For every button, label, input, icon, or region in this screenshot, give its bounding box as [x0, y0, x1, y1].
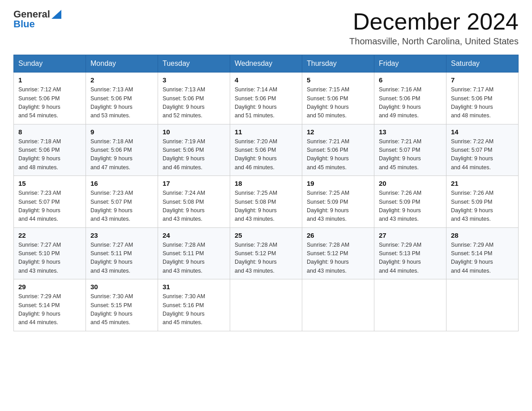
- calendar-cell: 14 Sunrise: 7:22 AMSunset: 5:07 PMDaylig…: [446, 124, 519, 176]
- day-info: Sunrise: 7:27 AMSunset: 5:11 PMDaylight:…: [90, 242, 133, 274]
- calendar-week-row: 29 Sunrise: 7:29 AMSunset: 5:14 PMDaylig…: [14, 279, 519, 331]
- calendar-cell: 11 Sunrise: 7:20 AMSunset: 5:06 PMDaylig…: [230, 124, 302, 176]
- calendar-cell: 25 Sunrise: 7:28 AMSunset: 5:12 PMDaylig…: [230, 227, 302, 279]
- calendar-cell: 15 Sunrise: 7:23 AMSunset: 5:07 PMDaylig…: [14, 176, 86, 228]
- day-info: Sunrise: 7:24 AMSunset: 5:08 PMDaylight:…: [163, 190, 205, 222]
- day-number: 29: [18, 283, 81, 291]
- calendar-cell: 2 Sunrise: 7:13 AMSunset: 5:06 PMDayligh…: [86, 73, 158, 124]
- day-number: 31: [163, 283, 225, 291]
- calendar-cell: 30 Sunrise: 7:30 AMSunset: 5:15 PMDaylig…: [86, 279, 158, 331]
- calendar-week-row: 22 Sunrise: 7:27 AMSunset: 5:10 PMDaylig…: [14, 227, 519, 279]
- header-saturday: Saturday: [446, 55, 519, 73]
- day-info: Sunrise: 7:16 AMSunset: 5:06 PMDaylight:…: [379, 86, 421, 119]
- day-number: 12: [307, 128, 369, 136]
- day-number: 19: [307, 180, 369, 187]
- calendar-cell: 23 Sunrise: 7:27 AMSunset: 5:11 PMDaylig…: [86, 227, 158, 279]
- day-number: 15: [18, 180, 81, 187]
- day-info: Sunrise: 7:23 AMSunset: 5:07 PMDaylight:…: [90, 190, 133, 222]
- header-thursday: Thursday: [302, 55, 374, 73]
- day-number: 6: [379, 76, 442, 84]
- calendar-cell: [302, 279, 374, 331]
- day-info: Sunrise: 7:28 AMSunset: 5:11 PMDaylight:…: [163, 242, 205, 274]
- day-info: Sunrise: 7:29 AMSunset: 5:13 PMDaylight:…: [379, 242, 421, 274]
- calendar-cell: 18 Sunrise: 7:25 AMSunset: 5:08 PMDaylig…: [230, 176, 302, 228]
- calendar-cell: 5 Sunrise: 7:15 AMSunset: 5:06 PMDayligh…: [302, 73, 374, 124]
- calendar-header-row: SundayMondayTuesdayWednesdayThursdayFrid…: [14, 55, 519, 73]
- svg-marker-0: [51, 10, 61, 19]
- day-info: Sunrise: 7:26 AMSunset: 5:09 PMDaylight:…: [451, 190, 493, 222]
- calendar-cell: 12 Sunrise: 7:21 AMSunset: 5:06 PMDaylig…: [302, 124, 374, 176]
- day-info: Sunrise: 7:29 AMSunset: 5:14 PMDaylight:…: [18, 293, 61, 325]
- header-sunday: Sunday: [14, 55, 86, 73]
- day-number: 25: [235, 231, 297, 239]
- day-number: 8: [18, 128, 81, 136]
- header-tuesday: Tuesday: [158, 55, 230, 73]
- calendar-week-row: 1 Sunrise: 7:12 AMSunset: 5:06 PMDayligh…: [14, 73, 519, 124]
- header-wednesday: Wednesday: [230, 55, 302, 73]
- day-info: Sunrise: 7:14 AMSunset: 5:06 PMDaylight:…: [235, 86, 277, 119]
- day-info: Sunrise: 7:26 AMSunset: 5:09 PMDaylight:…: [379, 190, 421, 222]
- page-header: General Blue December 2024 Thomasville, …: [13, 9, 519, 47]
- day-number: 24: [163, 231, 225, 239]
- calendar-cell: 26 Sunrise: 7:28 AMSunset: 5:12 PMDaylig…: [302, 227, 374, 279]
- day-number: 30: [90, 283, 153, 291]
- day-info: Sunrise: 7:23 AMSunset: 5:07 PMDaylight:…: [18, 190, 61, 222]
- calendar-cell: 9 Sunrise: 7:18 AMSunset: 5:06 PMDayligh…: [86, 124, 158, 176]
- day-number: 2: [90, 76, 153, 84]
- calendar-table: SundayMondayTuesdayWednesdayThursdayFrid…: [13, 55, 519, 331]
- calendar-cell: 6 Sunrise: 7:16 AMSunset: 5:06 PMDayligh…: [374, 73, 446, 124]
- header-monday: Monday: [86, 55, 158, 73]
- day-info: Sunrise: 7:13 AMSunset: 5:06 PMDaylight:…: [90, 86, 133, 119]
- day-number: 1: [18, 76, 81, 84]
- day-number: 4: [235, 76, 297, 84]
- calendar-cell: 21 Sunrise: 7:26 AMSunset: 5:09 PMDaylig…: [446, 176, 519, 228]
- day-number: 10: [163, 128, 225, 136]
- day-info: Sunrise: 7:15 AMSunset: 5:06 PMDaylight:…: [307, 86, 349, 119]
- calendar-cell: 24 Sunrise: 7:28 AMSunset: 5:11 PMDaylig…: [158, 227, 230, 279]
- day-info: Sunrise: 7:30 AMSunset: 5:15 PMDaylight:…: [90, 293, 133, 325]
- calendar-cell: 10 Sunrise: 7:19 AMSunset: 5:06 PMDaylig…: [158, 124, 230, 176]
- calendar-cell: 19 Sunrise: 7:25 AMSunset: 5:09 PMDaylig…: [302, 176, 374, 228]
- calendar-cell: 1 Sunrise: 7:12 AMSunset: 5:06 PMDayligh…: [14, 73, 86, 124]
- day-info: Sunrise: 7:18 AMSunset: 5:06 PMDaylight:…: [18, 138, 61, 171]
- day-info: Sunrise: 7:25 AMSunset: 5:09 PMDaylight:…: [307, 190, 349, 222]
- calendar-cell: 16 Sunrise: 7:23 AMSunset: 5:07 PMDaylig…: [86, 176, 158, 228]
- header-friday: Friday: [374, 55, 446, 73]
- calendar-cell: 31 Sunrise: 7:30 AMSunset: 5:16 PMDaylig…: [158, 279, 230, 331]
- day-number: 20: [379, 180, 442, 187]
- calendar-cell: 29 Sunrise: 7:29 AMSunset: 5:14 PMDaylig…: [14, 279, 86, 331]
- calendar-cell: 3 Sunrise: 7:13 AMSunset: 5:06 PMDayligh…: [158, 73, 230, 124]
- logo: General Blue: [13, 9, 61, 30]
- day-info: Sunrise: 7:30 AMSunset: 5:16 PMDaylight:…: [163, 293, 205, 325]
- calendar-week-row: 15 Sunrise: 7:23 AMSunset: 5:07 PMDaylig…: [14, 176, 519, 228]
- day-number: 11: [235, 128, 297, 136]
- day-info: Sunrise: 7:25 AMSunset: 5:08 PMDaylight:…: [235, 190, 277, 222]
- page-subtitle: Thomasville, North Carolina, United Stat…: [349, 36, 519, 47]
- day-info: Sunrise: 7:28 AMSunset: 5:12 PMDaylight:…: [307, 242, 349, 274]
- day-info: Sunrise: 7:17 AMSunset: 5:06 PMDaylight:…: [451, 86, 493, 119]
- day-info: Sunrise: 7:13 AMSunset: 5:06 PMDaylight:…: [163, 86, 205, 119]
- day-number: 7: [451, 76, 514, 84]
- day-info: Sunrise: 7:27 AMSunset: 5:10 PMDaylight:…: [18, 242, 61, 274]
- day-info: Sunrise: 7:20 AMSunset: 5:06 PMDaylight:…: [235, 138, 277, 171]
- day-number: 28: [451, 231, 514, 239]
- calendar-cell: [230, 279, 302, 331]
- day-number: 26: [307, 231, 369, 239]
- calendar-cell: 17 Sunrise: 7:24 AMSunset: 5:08 PMDaylig…: [158, 176, 230, 228]
- calendar-cell: 13 Sunrise: 7:21 AMSunset: 5:07 PMDaylig…: [374, 124, 446, 176]
- calendar-cell: 22 Sunrise: 7:27 AMSunset: 5:10 PMDaylig…: [14, 227, 86, 279]
- day-number: 18: [235, 180, 297, 187]
- day-number: 16: [90, 180, 153, 187]
- calendar-cell: 20 Sunrise: 7:26 AMSunset: 5:09 PMDaylig…: [374, 176, 446, 228]
- page-title: December 2024: [349, 9, 519, 34]
- day-number: 3: [163, 76, 225, 84]
- day-number: 14: [451, 128, 514, 136]
- day-number: 9: [90, 128, 153, 136]
- day-number: 27: [379, 231, 442, 239]
- day-number: 13: [379, 128, 442, 136]
- day-info: Sunrise: 7:12 AMSunset: 5:06 PMDaylight:…: [18, 86, 61, 119]
- day-number: 17: [163, 180, 225, 187]
- calendar-cell: [374, 279, 446, 331]
- calendar-cell: 28 Sunrise: 7:29 AMSunset: 5:14 PMDaylig…: [446, 227, 519, 279]
- day-info: Sunrise: 7:21 AMSunset: 5:06 PMDaylight:…: [307, 138, 349, 171]
